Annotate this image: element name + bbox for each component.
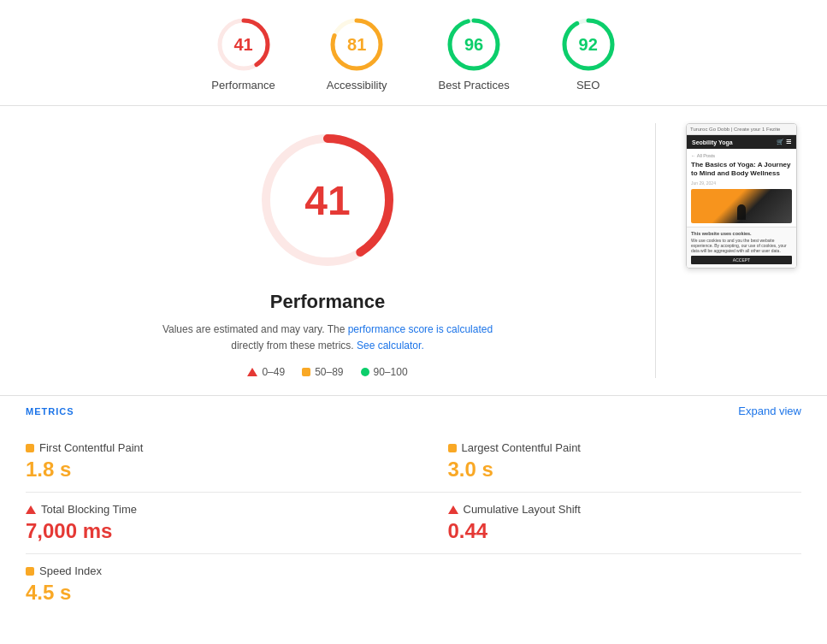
score-label-seo: SEO [576, 79, 600, 92]
preview-thumbnail: Tururoc Go Dobb | Create your 1 Fezite S… [686, 123, 797, 269]
calculator-link[interactable]: See calculator. [357, 340, 424, 352]
score-circle-performance: 41 [216, 17, 271, 72]
metric-cls: Cumulative Layout Shift 0.44 [414, 493, 802, 554]
score-item-seo[interactable]: 92 SEO [561, 17, 616, 92]
lcp-icon [448, 444, 457, 452]
fcp-label: First Contentful Paint [39, 441, 143, 454]
legend-green-range: 90–100 [374, 366, 408, 378]
score-item-best-practices[interactable]: 96 Best Practices [439, 17, 510, 92]
metrics-header: METRICS Expand view [26, 405, 801, 417]
red-triangle-icon [247, 368, 257, 376]
big-gauge: 41 [251, 123, 405, 277]
score-number-best-practices: 96 [464, 35, 483, 55]
perf-score-link[interactable]: performance score is calculated [348, 323, 493, 335]
expand-view-button[interactable]: Expand view [738, 405, 801, 417]
main-content: 41 Performance Values are estimated and … [0, 106, 827, 395]
preview-navbar: Seobility Yoga 🛒 ☰ [687, 135, 796, 149]
score-label-best-practices: Best Practices [439, 79, 510, 92]
legend-orange: 50–89 [302, 366, 343, 378]
cls-name-row: Cumulative Layout Shift [448, 503, 802, 516]
cls-label: Cumulative Layout Shift [464, 503, 581, 516]
preview-icons: 🛒 ☰ [777, 139, 791, 145]
fcp-icon [26, 444, 34, 452]
legend-red-range: 0–49 [262, 366, 285, 378]
legend: 0–49 50–89 90–100 [247, 366, 407, 378]
cookie-text: We use cookies to and you the best websi… [691, 238, 792, 253]
cls-value: 0.44 [448, 519, 802, 543]
preview-brand: Seobility Yoga [692, 139, 733, 145]
orange-square-icon [302, 368, 310, 376]
metrics-section: METRICS Expand view First Contentful Pai… [0, 395, 827, 632]
metrics-label: METRICS [26, 406, 74, 417]
metrics-grid: First Contentful Paint 1.8 s Largest Con… [26, 431, 801, 615]
preview-cookie-banner: This website uses cookies. We use cookie… [687, 227, 796, 268]
preview-body: ← All Posts The Basics of Yoga: A Journe… [687, 149, 796, 223]
si-icon [26, 567, 34, 576]
vertical-divider [655, 123, 656, 378]
score-circle-best-practices: 96 [446, 17, 501, 72]
desc-mid: directly from these metrics. [231, 340, 353, 352]
big-score-value: 41 [304, 177, 350, 224]
silhouette-icon [737, 204, 746, 220]
cookie-title: This website uses cookies. [691, 231, 792, 236]
lcp-name-row: Largest Contentful Paint [448, 441, 802, 454]
si-name-row: Speed Index [26, 564, 380, 577]
cls-icon [448, 505, 458, 514]
tbt-value: 7,000 ms [26, 519, 380, 543]
preview-hero-image [691, 189, 792, 223]
legend-orange-range: 50–89 [315, 366, 343, 378]
legend-red: 0–49 [247, 366, 285, 378]
legend-green: 90–100 [361, 366, 408, 378]
preview-back-link: ← All Posts [691, 153, 792, 158]
score-item-performance[interactable]: 41 Performance [211, 17, 275, 92]
desc-text: Values are estimated and may vary. The [162, 323, 345, 335]
preview-article-title: The Basics of Yoga: A Journey to Mind an… [691, 161, 792, 179]
score-item-accessibility[interactable]: 81 Accessibility [327, 17, 387, 92]
score-circle-accessibility: 81 [329, 17, 384, 72]
metric-lcp: Largest Contentful Paint 3.0 s [414, 431, 802, 493]
preview-topbar: Tururoc Go Dobb | Create your 1 Fezite [687, 124, 796, 135]
tbt-name-row: Total Blocking Time [26, 503, 380, 516]
performance-title: Performance [270, 291, 386, 313]
tbt-label: Total Blocking Time [41, 503, 137, 516]
fcp-value: 1.8 s [26, 458, 380, 482]
score-circle-seo: 92 [561, 17, 616, 72]
score-label-performance: Performance [211, 79, 275, 92]
si-label: Speed Index [39, 564, 102, 577]
tbt-icon [26, 505, 36, 514]
accept-button[interactable]: ACCEPT [691, 256, 792, 264]
right-panel: Tururoc Go Dobb | Create your 1 Fezite S… [682, 123, 801, 378]
score-label-accessibility: Accessibility [327, 79, 387, 92]
score-number-performance: 41 [233, 35, 252, 55]
lcp-label: Largest Contentful Paint [462, 441, 581, 454]
preview-article-date: Jun 29, 2024 [691, 180, 792, 186]
fcp-name-row: First Contentful Paint [26, 441, 380, 454]
metric-tbt: Total Blocking Time 7,000 ms [26, 493, 414, 554]
performance-description: Values are estimated and may vary. The p… [162, 322, 493, 354]
score-number-accessibility: 81 [347, 35, 366, 55]
green-circle-icon [361, 368, 369, 376]
score-number-seo: 92 [579, 35, 598, 55]
metric-fcp: First Contentful Paint 1.8 s [26, 431, 414, 493]
left-panel: 41 Performance Values are estimated and … [26, 123, 629, 378]
si-value: 4.5 s [26, 581, 380, 605]
lcp-value: 3.0 s [448, 458, 802, 482]
scores-bar: 41 Performance 81 Accessibility 96 Best … [0, 0, 827, 106]
metric-si: Speed Index 4.5 s [26, 554, 414, 615]
